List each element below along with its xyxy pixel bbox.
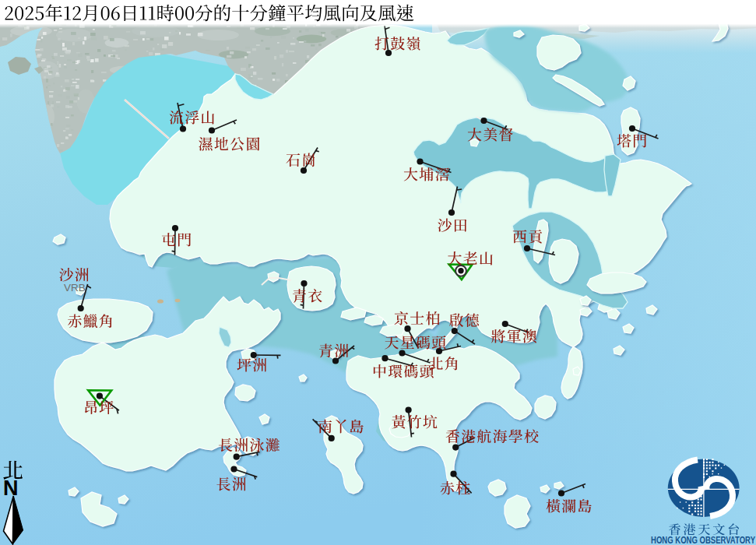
svg-text:HONG KONG OBSERVATORY: HONG KONG OBSERVATORY	[651, 535, 755, 545]
svg-text:VRB: VRB	[64, 282, 86, 294]
svg-text:N: N	[3, 476, 19, 500]
